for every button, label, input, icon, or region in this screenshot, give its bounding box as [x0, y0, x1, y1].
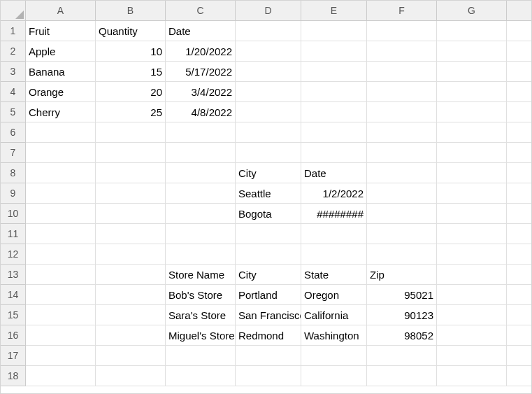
cell-a14[interactable]: [26, 285, 96, 305]
cell-d2[interactable]: [236, 41, 301, 62]
cell-e4[interactable]: [301, 82, 367, 102]
row-header-14[interactable]: 14: [1, 285, 26, 305]
cell-g4[interactable]: [437, 82, 507, 102]
cell-g18[interactable]: [437, 366, 507, 386]
cell-b5[interactable]: 25: [96, 102, 166, 122]
row-header-6[interactable]: 6: [1, 122, 26, 143]
cell-g2[interactable]: [437, 41, 507, 62]
cell-c15[interactable]: Sara's Store: [166, 305, 236, 325]
cell-d9[interactable]: Seattle: [236, 183, 301, 204]
cell-e2[interactable]: [301, 41, 367, 62]
cell-f13[interactable]: Zip: [367, 265, 437, 285]
cell-c10[interactable]: [166, 204, 236, 224]
cell-c8[interactable]: [166, 163, 236, 183]
cell-g7[interactable]: [437, 143, 507, 163]
cell-b14[interactable]: [96, 285, 166, 305]
col-header-g[interactable]: G: [437, 1, 507, 21]
cell-b17[interactable]: [96, 346, 166, 366]
cell-d16[interactable]: Redmond: [236, 325, 301, 346]
cell-e17[interactable]: [301, 346, 367, 366]
spreadsheet-grid[interactable]: ABCDEFG1FruitQuantityDate2Apple101/20/20…: [1, 1, 531, 386]
cell-b3[interactable]: 15: [96, 62, 166, 82]
cell-f14[interactable]: 95021: [367, 285, 437, 305]
cell-b1[interactable]: Quantity: [96, 21, 166, 41]
cell-b11[interactable]: [96, 224, 166, 244]
row-header-8[interactable]: 8: [1, 163, 26, 183]
cell-a12[interactable]: [26, 244, 96, 265]
col-header-a[interactable]: A: [26, 1, 96, 21]
cell-g15[interactable]: [437, 305, 507, 325]
cell-d5[interactable]: [236, 102, 301, 122]
cell-c14[interactable]: Bob's Store: [166, 285, 236, 305]
cell-b16[interactable]: [96, 325, 166, 346]
cell-a2[interactable]: Apple: [26, 41, 96, 62]
cell-f3[interactable]: [367, 62, 437, 82]
cell-b13[interactable]: [96, 265, 166, 285]
cell-g9[interactable]: [437, 183, 507, 204]
cell-e8[interactable]: Date: [301, 163, 367, 183]
row-header-4[interactable]: 4: [1, 82, 26, 102]
cell-b18[interactable]: [96, 366, 166, 386]
row-header-5[interactable]: 5: [1, 102, 26, 122]
cell-f1[interactable]: [367, 21, 437, 41]
cell-e6[interactable]: [301, 122, 367, 143]
select-all-corner[interactable]: [1, 1, 26, 21]
cell-d14[interactable]: Portland: [236, 285, 301, 305]
cell-g8[interactable]: [437, 163, 507, 183]
cell-f6[interactable]: [367, 122, 437, 143]
cell-b2[interactable]: 10: [96, 41, 166, 62]
cell-f10[interactable]: [367, 204, 437, 224]
row-header-11[interactable]: 11: [1, 224, 26, 244]
cell-f11[interactable]: [367, 224, 437, 244]
cell-c11[interactable]: [166, 224, 236, 244]
cell-a9[interactable]: [26, 183, 96, 204]
cell-e14[interactable]: Oregon: [301, 285, 367, 305]
cell-a16[interactable]: [26, 325, 96, 346]
cell-c3[interactable]: 5/17/2022: [166, 62, 236, 82]
cell-f8[interactable]: [367, 163, 437, 183]
cell-c18[interactable]: [166, 366, 236, 386]
cell-g1[interactable]: [437, 21, 507, 41]
cell-c12[interactable]: [166, 244, 236, 265]
cell-b6[interactable]: [96, 122, 166, 143]
cell-a1[interactable]: Fruit: [26, 21, 96, 41]
cell-g11[interactable]: [437, 224, 507, 244]
cell-b7[interactable]: [96, 143, 166, 163]
cell-d4[interactable]: [236, 82, 301, 102]
col-header-d[interactable]: D: [236, 1, 301, 21]
cell-b9[interactable]: [96, 183, 166, 204]
cell-e15[interactable]: California: [301, 305, 367, 325]
cell-e10[interactable]: ########: [301, 204, 367, 224]
row-header-16[interactable]: 16: [1, 325, 26, 346]
cell-a3[interactable]: Banana: [26, 62, 96, 82]
col-header-e[interactable]: E: [301, 1, 367, 21]
cell-f4[interactable]: [367, 82, 437, 102]
cell-g6[interactable]: [437, 122, 507, 143]
cell-a10[interactable]: [26, 204, 96, 224]
cell-f16[interactable]: 98052: [367, 325, 437, 346]
cell-g5[interactable]: [437, 102, 507, 122]
cell-c16[interactable]: Miguel's Store: [166, 325, 236, 346]
cell-e3[interactable]: [301, 62, 367, 82]
cell-c13[interactable]: Store Name: [166, 265, 236, 285]
cell-b12[interactable]: [96, 244, 166, 265]
cell-g3[interactable]: [437, 62, 507, 82]
cell-d10[interactable]: Bogota: [236, 204, 301, 224]
cell-d11[interactable]: [236, 224, 301, 244]
cell-e12[interactable]: [301, 244, 367, 265]
cell-c4[interactable]: 3/4/2022: [166, 82, 236, 102]
row-header-18[interactable]: 18: [1, 366, 26, 386]
cell-e1[interactable]: [301, 21, 367, 41]
cell-c7[interactable]: [166, 143, 236, 163]
cell-f18[interactable]: [367, 366, 437, 386]
col-header-f[interactable]: F: [367, 1, 437, 21]
cell-b10[interactable]: [96, 204, 166, 224]
cell-f5[interactable]: [367, 102, 437, 122]
row-header-3[interactable]: 3: [1, 62, 26, 82]
cell-a15[interactable]: [26, 305, 96, 325]
cell-e16[interactable]: Washington: [301, 325, 367, 346]
cell-f9[interactable]: [367, 183, 437, 204]
cell-g16[interactable]: [437, 325, 507, 346]
cell-b15[interactable]: [96, 305, 166, 325]
cell-e9[interactable]: 1/2/2022: [301, 183, 367, 204]
